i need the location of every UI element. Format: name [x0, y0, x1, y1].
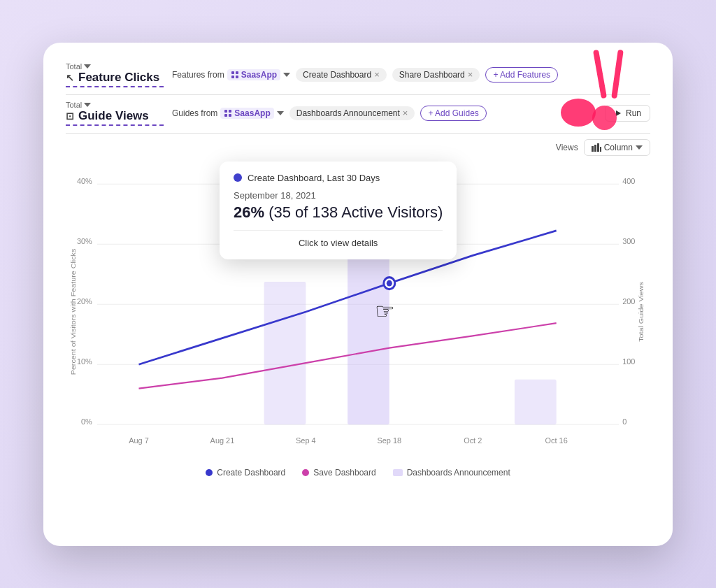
svg-text:Aug 7: Aug 7 [129, 436, 149, 444]
svg-text:Oct 2: Oct 2 [464, 436, 482, 444]
guides-from-section: Guides from SaasApp Dashboards Announcem… [172, 106, 487, 121]
chart-legend: Create Dashboard Save Dashboard Dashboar… [66, 468, 650, 478]
svg-text:100: 100 [622, 357, 635, 365]
svg-rect-4 [224, 110, 227, 113]
legend-rect-announcement [393, 469, 403, 476]
svg-rect-0 [231, 71, 234, 74]
legend-create-dashboard: Create Dashboard [206, 468, 285, 478]
legend-dot-save [302, 469, 309, 476]
guide-views-metric: Total ⊡ Guide Views [66, 101, 164, 126]
total-dropdown-1[interactable]: Total [66, 62, 164, 71]
column-button[interactable]: Column [584, 139, 650, 156]
svg-text:20%: 20% [77, 296, 92, 305]
chart-tooltip: Create Dashboard, Last 30 Days September… [220, 162, 457, 259]
svg-rect-35 [515, 379, 557, 424]
views-toggle[interactable]: Views [556, 143, 578, 152]
tooltip-header: Create Dashboard, Last 30 Days [234, 173, 443, 183]
annotation-blob-2 [592, 106, 617, 130]
svg-text:300: 300 [622, 236, 635, 245]
tooltip-link[interactable]: Click to view details [234, 238, 443, 248]
remove-create-dashboard[interactable]: × [374, 70, 380, 79]
tooltip-value: 26% (35 of 138 Active Visitors) [234, 203, 443, 222]
svg-text:Sep 18: Sep 18 [377, 436, 401, 444]
svg-rect-33 [264, 282, 306, 424]
total-dropdown-2[interactable]: Total [66, 101, 164, 109]
feature-clicks-name: ↖ Feature Clicks [66, 71, 164, 87]
chart-top-actions: Views Column [66, 139, 650, 156]
chip-create-dashboard: Create Dashboard × [296, 68, 387, 82]
svg-text:10%: 10% [77, 357, 92, 365]
tooltip-title: Create Dashboard, Last 30 Days [248, 173, 380, 183]
chip-dashboards-announcement: Dashboards Announcement × [289, 106, 415, 120]
total-label-2: Total [66, 101, 82, 109]
guide-views-name: ⊡ Guide Views [66, 109, 164, 126]
legend-dashboards-announcement: Dashboards Announcement [393, 468, 510, 478]
svg-rect-1 [236, 71, 238, 74]
guide-icon: ⊡ [66, 110, 74, 122]
device-frame: Total ↖ Feature Clicks Features from Saa… [43, 43, 673, 546]
svg-rect-10 [597, 143, 599, 152]
guides-from-label: Guides from SaasApp [172, 108, 284, 119]
saasapp-badge-1[interactable]: SaasApp [227, 69, 280, 80]
svg-rect-6 [224, 114, 227, 117]
svg-text:40%: 40% [77, 176, 92, 185]
add-features-button[interactable]: + Add Features [485, 67, 558, 83]
remove-dashboards-announcement[interactable]: × [403, 108, 408, 117]
svg-text:0%: 0% [81, 417, 92, 425]
divider-2 [66, 133, 650, 134]
svg-text:0: 0 [622, 417, 626, 425]
feature-clicks-metric: Total ↖ Feature Clicks [66, 62, 164, 87]
svg-point-39 [387, 280, 392, 286]
tooltip-divider [234, 230, 443, 231]
svg-rect-9 [594, 145, 596, 152]
add-guides-button[interactable]: + Add Guides [420, 106, 486, 121]
legend-dot-create [206, 469, 213, 476]
svg-text:Percent of Visitors with Featu: Percent of Visitors with Feature Clicks [69, 248, 77, 375]
total-label-1: Total [66, 62, 82, 71]
svg-text:Sep 4: Sep 4 [296, 436, 316, 444]
feature-clicks-row: Total ↖ Feature Clicks Features from Saa… [66, 62, 650, 87]
saasapp-badge-2[interactable]: SaasApp [220, 108, 273, 119]
annotation-blob-1 [561, 99, 596, 127]
svg-text:Aug 21: Aug 21 [210, 436, 235, 444]
svg-text:Oct 16: Oct 16 [545, 436, 568, 444]
chip-share-dashboard: Share Dashboard × [392, 68, 480, 82]
svg-text:400: 400 [622, 176, 635, 185]
remove-share-dashboard[interactable]: × [468, 70, 473, 79]
features-from-label: Features from SaasApp [172, 69, 290, 80]
svg-text:200: 200 [622, 296, 635, 305]
features-from-section: Features from SaasApp Create Dashboard ×… [172, 67, 558, 83]
svg-text:Total Guide Views: Total Guide Views [637, 282, 645, 342]
tooltip-date: September 18, 2021 [234, 190, 443, 201]
legend-save-dashboard: Save Dashboard [302, 468, 375, 478]
svg-text:30%: 30% [77, 236, 92, 245]
chart-container: Create Dashboard, Last 30 Days September… [66, 162, 650, 462]
svg-rect-11 [600, 147, 601, 152]
svg-rect-7 [229, 114, 231, 117]
svg-rect-8 [592, 146, 594, 152]
svg-rect-5 [229, 110, 231, 113]
cursor-icon: ↖ [66, 72, 74, 83]
divider-1 [66, 94, 650, 95]
svg-rect-3 [236, 76, 238, 78]
svg-rect-2 [231, 76, 234, 78]
tooltip-dot [234, 173, 242, 182]
